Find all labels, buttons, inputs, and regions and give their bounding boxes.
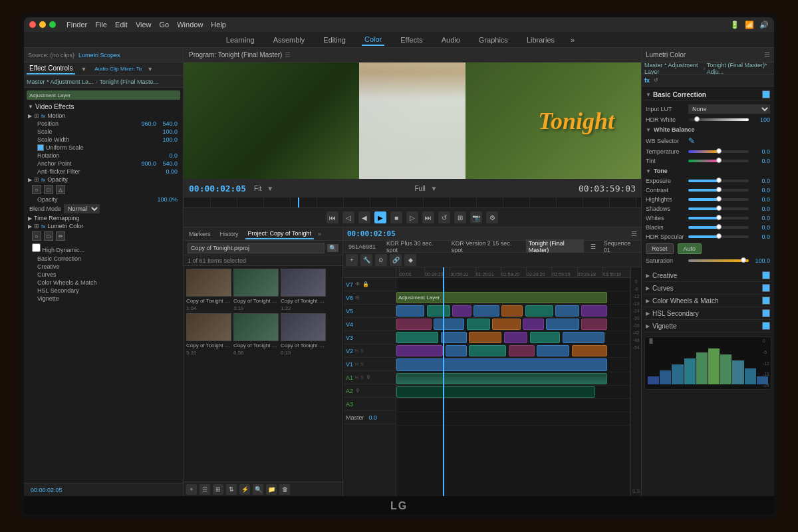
blend-mode-select[interactable]: Normal: [64, 204, 100, 213]
v5-clip-3[interactable]: [452, 305, 471, 317]
breadcrumb-seq[interactable]: Tonight (Final Maste...: [100, 78, 159, 85]
automate-button[interactable]: ⚡: [239, 484, 250, 495]
lumetri-menu-icon[interactable]: ☰: [764, 51, 770, 59]
v4-clip-4[interactable]: [492, 319, 520, 330]
media-thumb-img-5[interactable]: [233, 313, 279, 341]
color-wheels-sub[interactable]: Color Wheels & Match: [27, 279, 180, 287]
project-search-input[interactable]: [188, 243, 325, 253]
whites-slider[interactable]: [688, 217, 749, 219]
playhead-indicator[interactable]: [298, 198, 299, 207]
v5-clip-7[interactable]: [555, 305, 579, 317]
anchor-y-value[interactable]: 540.0: [159, 160, 178, 167]
v2-clip-2[interactable]: [446, 345, 467, 356]
tint-slider[interactable]: [688, 160, 749, 162]
track-v1-h[interactable]: H: [355, 362, 358, 366]
hdr-specular-thumb[interactable]: [716, 233, 722, 239]
menu-file[interactable]: File: [95, 21, 107, 29]
saturation-slider[interactable]: [688, 259, 749, 262]
v4-clip-7[interactable]: [581, 319, 607, 330]
v3-clip-4[interactable]: [504, 332, 527, 343]
sort-button[interactable]: ⇅: [226, 484, 237, 495]
menu-help[interactable]: Help: [211, 21, 226, 29]
lumetri-scopes-btn[interactable]: Lumetri Scopes: [78, 52, 120, 59]
new-bin-button[interactable]: 📁: [266, 484, 277, 495]
play-back-button[interactable]: ◀: [358, 211, 370, 223]
opacity-circle-icon[interactable]: ○: [32, 185, 41, 194]
audio-clip-mixer-label[interactable]: Audio Clip Mixer: To: [94, 66, 142, 72]
timeline-playhead[interactable]: [443, 278, 444, 496]
go-to-out-button[interactable]: ⏭: [422, 211, 434, 223]
opacity-rect-icon[interactable]: □: [44, 185, 53, 194]
safe-margins-button[interactable]: ⊞: [454, 211, 466, 223]
time-remap-expand-icon[interactable]: ▶: [28, 215, 32, 221]
track-v7-eye[interactable]: 👁: [355, 281, 360, 287]
vignette-sub[interactable]: Vignette: [27, 295, 180, 303]
v2-clip-6[interactable]: [572, 345, 607, 356]
hdr-white-slider[interactable]: [688, 118, 749, 121]
basic-correction-sub[interactable]: Basic Correction: [27, 255, 180, 263]
magnet-button[interactable]: ⊙: [375, 254, 387, 266]
position-x-value[interactable]: 960.0: [138, 120, 156, 127]
menu-finder[interactable]: Finder: [66, 21, 87, 29]
reset-button[interactable]: Reset: [646, 243, 674, 254]
temperature-thumb[interactable]: [716, 148, 722, 154]
media-thumb-img-4[interactable]: [186, 313, 231, 341]
v4-clip-6[interactable]: [546, 319, 579, 330]
tab-effects[interactable]: Effects: [398, 35, 425, 45]
temperature-slider[interactable]: [688, 150, 749, 153]
tab-effect-controls[interactable]: Effect Controls: [27, 63, 75, 74]
menu-view[interactable]: View: [136, 21, 152, 29]
new-item-button[interactable]: +: [186, 484, 197, 495]
export-frame-button[interactable]: 📷: [470, 211, 482, 223]
hdr-specular-slider[interactable]: [688, 235, 749, 238]
a2-audio-clip[interactable]: [396, 386, 595, 398]
v5-clip-5[interactable]: [501, 305, 523, 317]
vignette-section[interactable]: ▶ Vignette: [644, 320, 771, 332]
opacity-expand-icon[interactable]: ▶: [28, 177, 32, 183]
seq-tab-961[interactable]: 961A6981: [346, 243, 378, 251]
vignette-enable[interactable]: [762, 322, 770, 330]
lc-rect-icon[interactable]: □: [44, 231, 53, 241]
lumetri-bc-master[interactable]: Master * Adjustment Layer: [644, 62, 702, 75]
timeline-menu-icon[interactable]: ☰: [631, 230, 637, 237]
minimize-button[interactable]: [39, 21, 46, 28]
anti-flicker-value[interactable]: 0.00: [159, 168, 178, 175]
color-wheels-section[interactable]: ▶ Color Wheels & Match: [644, 295, 771, 307]
curves-enable[interactable]: [762, 284, 770, 292]
anchor-x-value[interactable]: 900.0: [138, 160, 156, 167]
tab-assembly[interactable]: Assembly: [271, 35, 308, 45]
play-button[interactable]: ▶: [374, 211, 386, 223]
tab-libraries[interactable]: Libraries: [524, 35, 557, 45]
tab-project-copy[interactable]: Project: Copy of Tonight: [245, 229, 314, 239]
menu-go[interactable]: Go: [160, 21, 170, 29]
close-button[interactable]: [29, 21, 36, 28]
program-monitor-menu-icon[interactable]: ☰: [285, 51, 291, 59]
creative-enable[interactable]: [762, 271, 770, 279]
track-a2-mic[interactable]: 🎙: [355, 388, 360, 394]
v5-clip-6[interactable]: [525, 305, 553, 317]
adjustment-layer-clip[interactable]: Adjustment Layer: [27, 90, 180, 100]
uniform-scale-checkbox[interactable]: [37, 144, 44, 151]
color-wheels-enable[interactable]: [762, 297, 770, 305]
add-track-button[interactable]: +: [346, 254, 358, 266]
media-thumb-img-2[interactable]: [233, 269, 279, 297]
media-thumb-img-1[interactable]: [186, 269, 231, 297]
hsl-section[interactable]: ▶ HSL Secondary: [644, 307, 771, 320]
creative-section[interactable]: ▶ Creative: [644, 269, 771, 282]
seq-tab-kdr30[interactable]: KDR Plus 30 sec. spot: [384, 239, 444, 254]
track-v6-sync[interactable]: ⊞: [355, 295, 360, 301]
playhead-bar[interactable]: [184, 198, 641, 208]
find-button[interactable]: 🔍: [253, 484, 263, 495]
media-thumb-img-6[interactable]: [281, 313, 326, 341]
auto-button[interactable]: Auto: [678, 243, 702, 254]
tab-learning[interactable]: Learning: [223, 35, 257, 45]
v2-clip-3[interactable]: [469, 345, 506, 356]
maximize-button[interactable]: [49, 21, 56, 28]
v5-clip-1[interactable]: [396, 305, 424, 317]
adjustment-layer-clip-v6[interactable]: Adjustment Layer: [396, 292, 607, 303]
tab-history[interactable]: History: [217, 229, 241, 239]
stop-button[interactable]: ■: [390, 211, 402, 223]
track-v2-h[interactable]: H: [355, 348, 358, 353]
whites-thumb[interactable]: [716, 215, 722, 220]
shadows-slider[interactable]: [688, 207, 749, 210]
